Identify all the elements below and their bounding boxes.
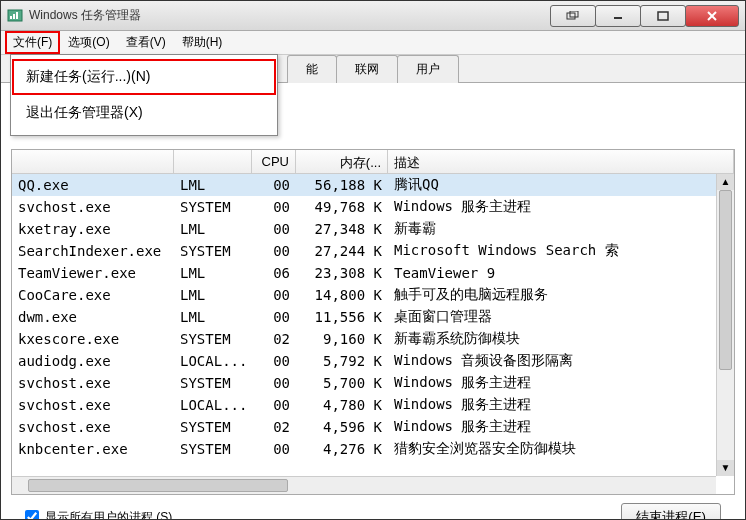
tab-network[interactable]: 联网 xyxy=(336,55,398,83)
file-dropdown: 新建任务(运行...)(N) 退出任务管理器(X) xyxy=(10,54,278,136)
cell-mem: 4,780 K xyxy=(296,395,388,415)
svg-rect-1 xyxy=(10,16,12,19)
scroll-up-arrow[interactable]: ▲ xyxy=(717,174,734,190)
svg-rect-3 xyxy=(16,12,18,19)
cell-cpu: 00 xyxy=(252,373,296,393)
tab-users[interactable]: 用户 xyxy=(397,55,459,83)
cell-cpu: 00 xyxy=(252,439,296,459)
cell-user: LML xyxy=(174,175,252,195)
cell-mem: 4,276 K xyxy=(296,439,388,459)
cell-mem: 14,800 K xyxy=(296,285,388,305)
end-process-button[interactable]: 结束进程(E) xyxy=(621,503,721,520)
col-cpu[interactable]: CPU xyxy=(252,150,296,173)
cell-mem: 5,700 K xyxy=(296,373,388,393)
cell-proc: CooCare.exe xyxy=(12,285,174,305)
footer: 显示所有用户的进程 (S) 结束进程(E) xyxy=(11,495,735,520)
svg-rect-5 xyxy=(570,11,578,17)
cell-mem: 4,596 K xyxy=(296,417,388,437)
table-row[interactable]: kxetray.exeLML0027,348 K新毒霸 xyxy=(12,218,734,240)
table-row[interactable]: svchost.exeLOCAL...004,780 KWindows 服务主进… xyxy=(12,394,734,416)
cell-desc: Windows 服务主进程 xyxy=(388,416,734,438)
col-process[interactable] xyxy=(12,150,174,173)
table-row[interactable]: knbcenter.exeSYSTEM004,276 K猎豹安全浏览器安全防御模… xyxy=(12,438,734,460)
cell-user: SYSTEM xyxy=(174,373,252,393)
scroll-down-arrow[interactable]: ▼ xyxy=(717,460,734,476)
close-button[interactable] xyxy=(685,5,739,27)
scroll-thumb-v[interactable] xyxy=(719,190,732,370)
show-all-users-input[interactable] xyxy=(25,510,39,520)
cell-desc: 新毒霸系统防御模块 xyxy=(388,328,734,350)
cell-proc: svchost.exe xyxy=(12,417,174,437)
table-header: CPU 内存(... 描述 xyxy=(12,150,734,174)
cell-proc: dwm.exe xyxy=(12,307,174,327)
cell-desc: TeamViewer 9 xyxy=(388,263,734,283)
table-row[interactable]: SearchIndexer.exeSYSTEM0027,244 KMicroso… xyxy=(12,240,734,262)
show-all-users-label: 显示所有用户的进程 (S) xyxy=(45,509,172,521)
cell-cpu: 00 xyxy=(252,307,296,327)
cell-mem: 9,160 K xyxy=(296,329,388,349)
cell-proc: SearchIndexer.exe xyxy=(12,241,174,261)
col-description[interactable]: 描述 xyxy=(388,150,734,173)
cell-user: LML xyxy=(174,285,252,305)
cell-cpu: 02 xyxy=(252,417,296,437)
table-row[interactable]: audiodg.exeLOCAL...005,792 KWindows 音频设备… xyxy=(12,350,734,372)
cell-desc: 腾讯QQ xyxy=(388,174,734,196)
cell-proc: kxetray.exe xyxy=(12,219,174,239)
menu-help[interactable]: 帮助(H) xyxy=(174,31,231,54)
cell-user: LML xyxy=(174,307,252,327)
table-row[interactable]: TeamViewer.exeLML0623,308 KTeamViewer 9 xyxy=(12,262,734,284)
cell-user: SYSTEM xyxy=(174,329,252,349)
cell-user: SYSTEM xyxy=(174,197,252,217)
table-row[interactable]: dwm.exeLML0011,556 K桌面窗口管理器 xyxy=(12,306,734,328)
cell-desc: Windows 音频设备图形隔离 xyxy=(388,350,734,372)
table-row[interactable]: CooCare.exeLML0014,800 K触手可及的电脑远程服务 xyxy=(12,284,734,306)
menu-new-task[interactable]: 新建任务(运行...)(N) xyxy=(12,59,276,95)
cell-cpu: 00 xyxy=(252,197,296,217)
cell-desc: Microsoft Windows Search 索 xyxy=(388,240,734,262)
horizontal-scrollbar[interactable] xyxy=(12,476,716,494)
cell-mem: 23,308 K xyxy=(296,263,388,283)
svg-rect-2 xyxy=(13,14,15,19)
menu-view[interactable]: 查看(V) xyxy=(118,31,174,54)
window-controls xyxy=(551,5,739,27)
menu-options[interactable]: 选项(O) xyxy=(60,31,117,54)
table-row[interactable]: kxescore.exeSYSTEM029,160 K新毒霸系统防御模块 xyxy=(12,328,734,350)
cell-cpu: 00 xyxy=(252,351,296,371)
cell-mem: 56,188 K xyxy=(296,175,388,195)
cell-proc: QQ.exe xyxy=(12,175,174,195)
cell-desc: Windows 服务主进程 xyxy=(388,394,734,416)
cell-proc: audiodg.exe xyxy=(12,351,174,371)
menu-exit[interactable]: 退出任务管理器(X) xyxy=(12,95,276,131)
cell-user: SYSTEM xyxy=(174,417,252,437)
col-user[interactable] xyxy=(174,150,252,173)
cell-mem: 27,348 K xyxy=(296,219,388,239)
cell-cpu: 00 xyxy=(252,285,296,305)
cell-user: LOCAL... xyxy=(174,395,252,415)
table-row[interactable]: QQ.exeLML0056,188 K腾讯QQ xyxy=(12,174,734,196)
cell-proc: TeamViewer.exe xyxy=(12,263,174,283)
menu-file[interactable]: 文件(F) xyxy=(5,31,60,54)
scroll-thumb-h[interactable] xyxy=(28,479,288,492)
col-memory[interactable]: 内存(... xyxy=(296,150,388,173)
cell-mem: 5,792 K xyxy=(296,351,388,371)
tab-performance[interactable]: 能 xyxy=(287,55,337,83)
show-all-users-checkbox[interactable]: 显示所有用户的进程 (S) xyxy=(25,509,172,521)
window-title: Windows 任务管理器 xyxy=(29,7,141,24)
table-row[interactable]: svchost.exeSYSTEM0049,768 KWindows 服务主进程 xyxy=(12,196,734,218)
cell-cpu: 00 xyxy=(252,241,296,261)
maximize-button[interactable] xyxy=(640,5,686,27)
restore-down-button[interactable] xyxy=(550,5,596,27)
cell-cpu: 00 xyxy=(252,175,296,195)
cell-user: LML xyxy=(174,219,252,239)
cell-cpu: 00 xyxy=(252,395,296,415)
table-row[interactable]: svchost.exeSYSTEM024,596 KWindows 服务主进程 xyxy=(12,416,734,438)
table-body: QQ.exeLML0056,188 K腾讯QQsvchost.exeSYSTEM… xyxy=(12,174,734,474)
vertical-scrollbar[interactable]: ▲ ▼ xyxy=(716,174,734,476)
cell-desc: 触手可及的电脑远程服务 xyxy=(388,284,734,306)
table-row[interactable]: svchost.exeSYSTEM005,700 KWindows 服务主进程 xyxy=(12,372,734,394)
cell-desc: 猎豹安全浏览器安全防御模块 xyxy=(388,438,734,460)
cell-mem: 27,244 K xyxy=(296,241,388,261)
svg-rect-4 xyxy=(567,13,575,19)
minimize-button[interactable] xyxy=(595,5,641,27)
cell-proc: svchost.exe xyxy=(12,197,174,217)
